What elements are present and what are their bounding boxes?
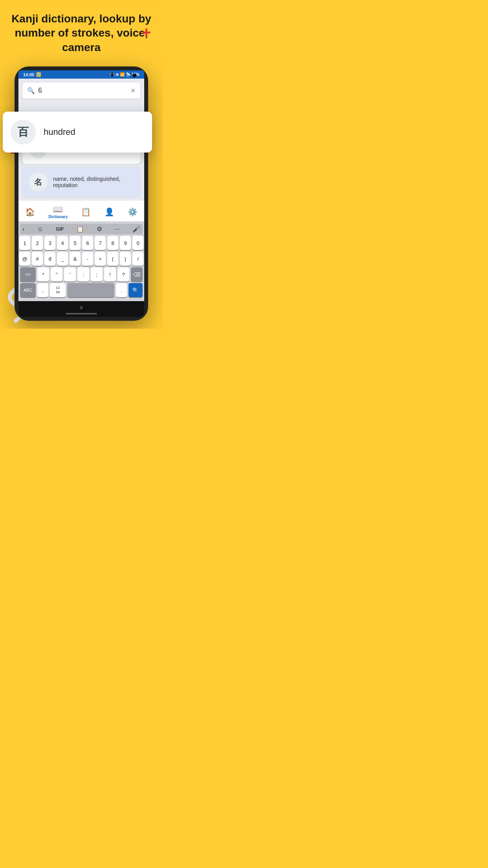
key-question[interactable]: ? (117, 267, 129, 281)
nav-profile[interactable]: 👤 (101, 206, 117, 217)
bottom-nav: 🏠 📖 Dictionary 📋 👤 ⚙️ (18, 200, 144, 221)
keyboard-area: ‹ ☺ GIF 📋 ⚙ ··· 🎤 1 2 3 4 5 (18, 221, 144, 301)
key-numbers[interactable]: 1234 (50, 283, 66, 297)
notes-icon: 📋 (81, 207, 91, 217)
bottom-row: ABC , 1234 . 🔍 (20, 283, 143, 297)
key-slash[interactable]: / (132, 252, 143, 266)
vibrate-icon: 📳 (110, 72, 114, 77)
wifi-icon: 📶 (120, 72, 125, 77)
page-wrapper: + Kanji dictionary, lookup by number of … (0, 0, 163, 329)
key-asterisk[interactable]: * (37, 267, 49, 281)
key-underscore[interactable]: _ (57, 252, 68, 266)
hero-title: Kanji dictionary, lookup by number of st… (8, 12, 155, 55)
key-symbols[interactable]: =\< (20, 267, 36, 281)
phone-bottom-bar: ∨ (18, 301, 144, 317)
home-icon: 🏠 (25, 207, 35, 217)
mic-key[interactable]: 🎤 (132, 225, 140, 233)
more-key[interactable]: ··· (115, 226, 120, 233)
nav-home[interactable]: 🏠 (22, 206, 38, 217)
key-d-stroke[interactable]: đ (44, 252, 55, 266)
search-bar[interactable]: 🔍 6 ✕ (22, 83, 140, 99)
key-period[interactable]: . (116, 283, 127, 297)
key-ampersand[interactable]: & (70, 252, 81, 266)
symbol-row-2: =\< * " ' : ; ! ? ⌫ (20, 267, 143, 281)
key-comma[interactable]: , (37, 283, 48, 297)
key-abc[interactable]: ABC (20, 283, 36, 297)
plus-decoration: + (142, 24, 151, 41)
key-7[interactable]: 7 (95, 236, 106, 250)
key-3[interactable]: 3 (44, 236, 55, 250)
key-4[interactable]: 4 (57, 236, 68, 250)
status-photo-icon: 🖼️ (36, 72, 41, 77)
result-meaning-2: name, noted, distinguished, reputation (53, 176, 134, 188)
signal-icon: 📡 (126, 72, 130, 77)
phone-screen: 14:05 🖼️ 📳 ⊖ 📶 📡 15% 🔍 6 ✕ (18, 70, 144, 317)
nav-settings[interactable]: ⚙️ (125, 206, 141, 217)
key-space[interactable] (67, 283, 114, 297)
symbol-row-1: @ # đ _ & - + ( ) / (20, 252, 143, 266)
key-hash[interactable]: # (32, 252, 43, 266)
key-squote[interactable]: ' (64, 267, 76, 281)
nav-dictionary[interactable]: 📖 Dictionary (45, 204, 71, 220)
key-exclaim[interactable]: ! (104, 267, 116, 281)
result-card-2[interactable]: 名 name, noted, distinguished, reputation (22, 167, 140, 197)
status-bar: 14:05 🖼️ 📳 ⊖ 📶 📡 15% (18, 70, 144, 79)
settings-icon: ⚙️ (128, 207, 138, 217)
phone-shell: 14:05 🖼️ 📳 ⊖ 📶 📡 15% 🔍 6 ✕ (15, 66, 148, 321)
search-input-value[interactable]: 6 (38, 86, 127, 95)
number-row: 1 2 3 4 5 6 7 8 9 0 (20, 236, 143, 250)
emoji-key[interactable]: ☺ (37, 226, 43, 233)
profile-icon: 👤 (105, 207, 114, 217)
status-time: 14:05 (23, 72, 34, 77)
key-8[interactable]: 8 (107, 236, 118, 250)
mute-icon: ⊖ (116, 72, 119, 77)
kanji-badge-2: 名 (29, 173, 48, 191)
keyboard-toolbar: ‹ ☺ GIF 📋 ⚙ ··· 🎤 (20, 224, 143, 234)
popup-kanji-badge: 百 (18, 120, 36, 145)
key-5[interactable]: 5 (70, 236, 81, 250)
key-rparen[interactable]: ) (120, 252, 131, 266)
key-2[interactable]: 2 (32, 236, 43, 250)
gif-key[interactable]: GIF (56, 226, 64, 232)
key-1[interactable]: 1 (19, 236, 30, 250)
nav-dictionary-label: Dictionary (48, 215, 68, 219)
popup-meaning: hundred (44, 127, 75, 137)
search-icon: 🔍 (27, 87, 35, 94)
key-lparen[interactable]: ( (107, 252, 118, 266)
gear-key[interactable]: ⚙ (97, 225, 102, 233)
clipboard-key[interactable]: 📋 (76, 225, 84, 233)
nav-chevron: ∨ (79, 304, 83, 311)
key-9[interactable]: 9 (120, 236, 131, 250)
key-semicolon[interactable]: ; (91, 267, 103, 281)
phone-mockup: 14:05 🖼️ 📳 ⊖ 📶 📡 15% 🔍 6 ✕ (15, 66, 148, 321)
key-search[interactable]: 🔍 (128, 283, 143, 297)
nav-notes[interactable]: 📋 (78, 206, 94, 217)
key-at[interactable]: @ (19, 252, 30, 266)
back-key[interactable]: ‹ (22, 226, 24, 233)
key-backspace[interactable]: ⌫ (131, 267, 143, 281)
nav-pill (66, 313, 97, 314)
key-0[interactable]: 0 (132, 236, 143, 250)
key-dquote[interactable]: " (51, 267, 62, 281)
key-minus[interactable]: - (82, 252, 93, 266)
key-plus[interactable]: + (95, 252, 106, 266)
clear-icon[interactable]: ✕ (130, 87, 136, 94)
key-6[interactable]: 6 (82, 236, 93, 250)
key-colon[interactable]: : (77, 267, 89, 281)
status-left: 14:05 🖼️ (23, 72, 41, 77)
dictionary-icon: 📖 (53, 204, 63, 214)
popup-result-card[interactable]: 百 hundred (18, 112, 144, 153)
